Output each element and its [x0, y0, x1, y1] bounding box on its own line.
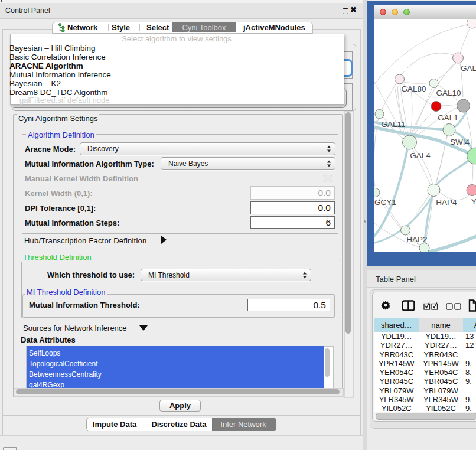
- svg-text:HAP4: HAP4: [436, 198, 457, 207]
- svg-text:HAP2: HAP2: [406, 235, 427, 244]
- svg-text:SWI4: SWI4: [450, 138, 470, 146]
- svg-text:GCY1: GCY1: [374, 198, 396, 207]
- svg-text:GAL10: GAL10: [436, 89, 461, 97]
- svg-text:GAL80: GAL80: [401, 84, 426, 93]
- svg-text:YE: YE: [471, 197, 476, 206]
- svg-text:GAL1: GAL1: [438, 113, 458, 122]
- svg-text:GAL7: GAL7: [461, 64, 476, 73]
- svg-text:GAL4: GAL4: [410, 151, 431, 160]
- svg-text:GAL11: GAL11: [381, 120, 405, 129]
